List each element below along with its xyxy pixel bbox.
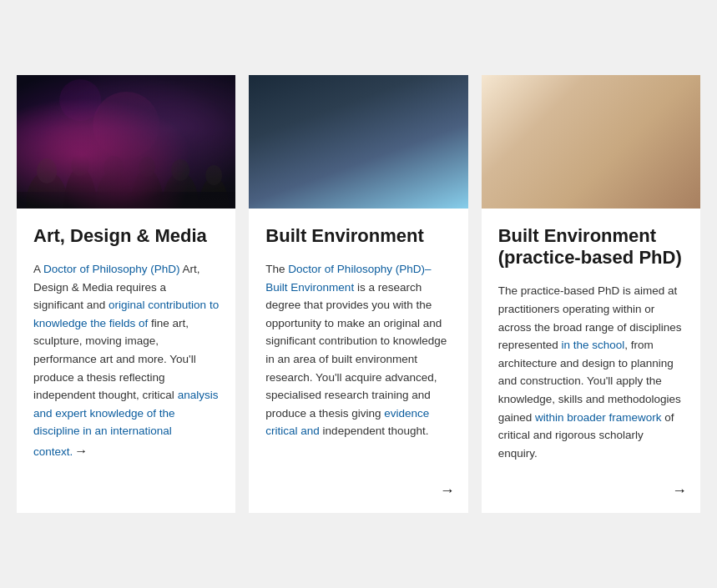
svg-line-28	[249, 183, 295, 192]
svg-rect-54	[629, 75, 700, 175]
svg-rect-65	[633, 79, 699, 171]
svg-point-11	[171, 159, 189, 181]
svg-line-21	[266, 82, 270, 209]
card-art-title: Art, Design & Media	[33, 225, 219, 247]
svg-point-4	[63, 167, 97, 209]
svg-point-52	[346, 75, 371, 96]
svg-point-10	[162, 172, 199, 209]
svg-point-2	[26, 171, 68, 209]
svg-point-6	[95, 169, 132, 209]
svg-point-9	[139, 157, 155, 177]
card-built-content: Built Environment The Doctor of Philosop…	[249, 209, 467, 476]
card-art-design-media: Art, Design & Media A Doctor of Philosop…	[17, 75, 235, 514]
svg-rect-60	[537, 159, 587, 171]
svg-rect-55	[633, 79, 699, 171]
svg-point-15	[59, 79, 101, 121]
svg-line-38	[421, 183, 467, 192]
card-practice-title: Built Environment (practice-based PhD)	[498, 225, 684, 269]
art-phd-link[interactable]: Doctor of Philosophy (PhD)	[43, 263, 180, 275]
built-evidence-link[interactable]: evidence critical and	[265, 407, 429, 438]
svg-rect-17	[249, 75, 467, 209]
svg-point-5	[71, 154, 89, 176]
svg-line-30	[431, 79, 433, 209]
svg-line-25	[249, 129, 295, 142]
art-arrow-inline[interactable]: →	[74, 444, 88, 458]
svg-rect-56	[528, 171, 700, 179]
svg-point-14	[93, 92, 159, 158]
card-built-practice: Built Environment (practice-based PhD) T…	[482, 75, 700, 514]
svg-rect-53	[482, 75, 700, 209]
svg-line-24	[249, 113, 295, 125]
svg-point-64	[614, 147, 675, 178]
cards-container: Art, Design & Media A Doctor of Philosop…	[0, 58, 717, 530]
card-practice-footer: →	[482, 475, 700, 513]
card-art-description: A Doctor of Philosophy (PhD) Art, Design…	[33, 260, 219, 500]
svg-point-63	[613, 97, 644, 123]
svg-point-62	[613, 104, 644, 138]
svg-point-12	[199, 177, 229, 209]
svg-line-32	[458, 88, 461, 209]
practice-school-link[interactable]: in the school	[561, 339, 624, 351]
svg-rect-59	[561, 155, 620, 171]
card-built-environment: Built Environment The Doctor of Philosop…	[249, 75, 467, 514]
svg-line-22	[280, 78, 283, 209]
svg-line-35	[421, 129, 467, 142]
art-analysis-link[interactable]: analysis and expert knowledge of the dis…	[33, 389, 218, 458]
svg-line-37	[421, 163, 467, 175]
svg-line-33	[421, 96, 467, 108]
svg-marker-19	[249, 75, 295, 96]
built-arrow-link[interactable]: →	[440, 482, 455, 500]
card-art-content: Art, Design & Media A Doctor of Philosop…	[17, 209, 235, 514]
card-image-art	[17, 75, 235, 209]
svg-line-27	[249, 163, 295, 175]
svg-point-8	[130, 168, 164, 209]
svg-line-36	[421, 146, 467, 158]
art-original-link[interactable]: original contribution to knowledge the f…	[33, 299, 219, 329]
svg-rect-16	[17, 192, 235, 209]
svg-rect-39	[321, 75, 396, 209]
card-practice-content: Built Environment (practice-based PhD) T…	[482, 209, 700, 476]
svg-rect-57	[528, 179, 700, 183]
svg-line-23	[249, 96, 295, 108]
card-image-built	[249, 75, 467, 209]
svg-point-61	[610, 123, 647, 169]
card-built-title: Built Environment	[265, 225, 451, 247]
svg-line-20	[252, 88, 258, 209]
svg-line-26	[249, 146, 295, 158]
svg-point-3	[37, 158, 57, 183]
card-built-footer: →	[249, 475, 467, 513]
built-phd-link[interactable]: Doctor of Philosophy (PhD)–Built Environ…	[265, 263, 431, 294]
card-image-practice	[482, 75, 700, 209]
practice-arrow-link[interactable]: →	[672, 482, 687, 500]
svg-point-7	[104, 156, 124, 179]
svg-rect-58	[544, 155, 612, 173]
practice-framework-link[interactable]: within broader framework	[535, 411, 662, 424]
svg-rect-1	[17, 75, 235, 209]
svg-point-13	[205, 165, 222, 185]
card-practice-description: The practice-based PhD is aimed at pract…	[498, 282, 684, 462]
svg-rect-0	[17, 75, 235, 209]
svg-line-34	[421, 113, 467, 125]
card-built-description: The Doctor of Philosophy (PhD)–Built Env…	[265, 260, 451, 462]
svg-marker-29	[421, 75, 467, 209]
svg-marker-18	[249, 75, 295, 209]
